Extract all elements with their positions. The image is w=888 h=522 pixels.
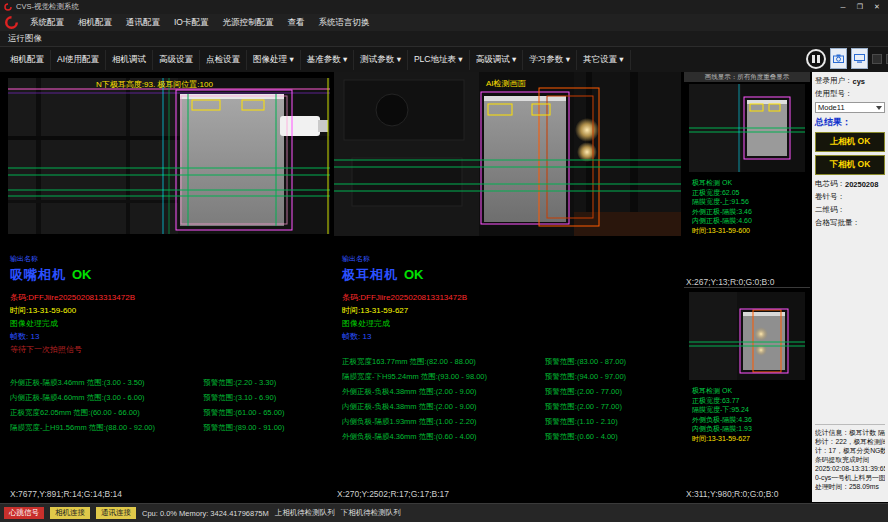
mid-frame-count: 帧数: 13: [342, 331, 680, 342]
warn-cell: 预警范围:(1.10 - 2.10): [545, 417, 680, 427]
pause-button[interactable]: [806, 49, 826, 69]
mid-result-panel: 输出名称 极耳相机 OK 条码:DFFJiire2025020813313472…: [342, 254, 680, 444]
left-frame-count: 帧数: 13: [10, 331, 332, 342]
minimize-icon[interactable]: ─: [836, 2, 850, 13]
preview-line: 正极宽度:62.05: [692, 188, 810, 198]
preview-2-coords: X:311;Y:980;R:0;G:0;B:0: [686, 489, 778, 499]
preview-1-text: 极耳检测 OK 正极宽度:62.05 隔膜宽度-上:91.56 外侧正极-隔膜:…: [692, 178, 810, 235]
warn-cell: 预警范围:(2.00 - 77.00): [545, 387, 680, 397]
menu-camera-config[interactable]: 相机配置: [71, 14, 119, 31]
measure-cell: 隔膜宽度-上H91.56mm 范围:(88.00 - 92.00): [10, 423, 203, 433]
warn-cell: 预警范围:(94.00 - 97.00): [545, 372, 680, 382]
tb-camera-debug[interactable]: 相机调试: [106, 50, 153, 70]
stats-line: 计：17，极耳分类NG数：0，: [815, 446, 885, 455]
warn-cell: 预警范围:(0.60 - 4.00): [545, 432, 680, 442]
tb-advanced-debug[interactable]: 高级调试 ▾: [470, 50, 524, 70]
menu-comm-config[interactable]: 通讯配置: [119, 14, 167, 31]
nozzle-connector: [280, 116, 320, 136]
mid-time: 时间:13-31-59-627: [342, 305, 680, 316]
app-window: CVS-视觉检测系统 ─ ❐ ✕ 系统配置 相机配置 通讯配置 IO卡配置 光源…: [0, 0, 888, 522]
right-sidebar: 登录用户： cys 使用型号： Mode11 总结果： 上相机 OK 下相机 O…: [812, 72, 888, 502]
live-view-button[interactable]: [851, 48, 868, 69]
menu-light-config[interactable]: 光源控制配置: [215, 14, 280, 31]
measure-cell: 外侧正极-隔膜3.46mm 范围:(3.00 - 3.50): [10, 378, 203, 388]
preview-line: 时间:13-31-59-627: [692, 434, 810, 444]
preview-1-coords: X:267;Y:13;R:0;G:0;B:0: [686, 277, 774, 287]
tb-camera-config[interactable]: 相机配置: [4, 50, 51, 70]
left-barcode: 条码:DFFJiire2025020813313472B: [10, 292, 332, 303]
cell-code-value: 20250208: [845, 180, 878, 189]
tb-image-processing[interactable]: 图像处理 ▾: [247, 50, 301, 70]
measure-row: 外侧负极-隔膜4.36mm 范围:(0.60 - 4.00)预警范围:(0.60…: [342, 429, 680, 444]
warn-cell: 预警范围:(3.10 - 6.90): [203, 393, 332, 403]
menu-io-config[interactable]: IO卡配置: [167, 14, 215, 31]
measure-row: 外侧正极-隔膜3.46mm 范围:(3.00 - 3.50)预警范围:(2.20…: [10, 375, 332, 390]
preview-line: 隔膜宽度-下:95.24: [692, 405, 810, 415]
upper-queue-text: 上相机待检测队列: [275, 508, 335, 518]
menu-bar: 系统配置 相机配置 通讯配置 IO卡配置 光源控制配置 查看 系统语言切换: [0, 14, 888, 31]
measure-row: 内侧负极-隔膜1.93mm 范围:(1.00 - 2.20)预警范围:(1.10…: [342, 414, 680, 429]
close-icon[interactable]: ✕: [870, 2, 884, 13]
stats-line: 秒计：222，极耳检测间隔: [815, 437, 885, 446]
left-status-ok: OK: [72, 267, 92, 282]
preview-divider: [684, 287, 810, 288]
upper-camera-result-box: 上相机 OK: [815, 132, 885, 152]
brand-logo-icon: [5, 16, 18, 29]
stats-line: 条码提取完成时间: [815, 455, 885, 464]
comm-link-badge: 通讯连接: [96, 507, 136, 519]
window-title: CVS-视觉检测系统: [16, 2, 79, 12]
preview-line: 正极宽度:63.77: [692, 396, 810, 406]
tb-other-settings[interactable]: 其它设置 ▾: [577, 50, 631, 70]
app-logo-icon: [4, 3, 12, 11]
cpu-memory-text: Cpu: 0.0% Memory: 3424.41796875M: [142, 509, 269, 518]
login-user-label: 登录用户：: [815, 76, 853, 86]
maximize-icon[interactable]: ❐: [853, 2, 867, 13]
left-view-coords: X:7677,Y:891;R:14;G:14;B:14: [10, 489, 122, 499]
status-bar: 心跳信号 相机连接 通讯连接 Cpu: 0.0% Memory: 3424.41…: [0, 503, 888, 522]
snapshot-button[interactable]: [830, 48, 847, 69]
preview-header: 画线显示：所有角度重叠显示: [684, 72, 810, 82]
mid-overlay-label: AI检测画面: [486, 79, 527, 88]
sidebar-stats: 统计信息：极耳计数 隔膜计数 秒计：222，极耳检测间隔 计：17，极耳分类NG…: [815, 424, 885, 491]
preview-line: 外侧正极-隔膜:3.46: [692, 207, 810, 217]
menu-view[interactable]: 查看: [280, 14, 311, 31]
tb-learning-params[interactable]: 学习参数 ▾: [523, 50, 577, 70]
model-select[interactable]: Mode11: [815, 102, 885, 113]
camera-link-badge: 相机连接: [50, 507, 90, 519]
mid-barcode: 条码:DFFJiire2025020813313472B: [342, 292, 680, 303]
toolbar: 相机配置 AI使用配置 相机调试 高级设置 点检设置 图像处理 ▾ 基准参数 ▾…: [0, 46, 888, 72]
stats-line: 0-cys一号机上料另一图像: [815, 473, 885, 482]
preview-line: 内侧正极-隔膜:4.60: [692, 216, 810, 226]
tb-baseline-params[interactable]: 基准参数 ▾: [301, 50, 355, 70]
warn-cell: 预警范围:(2.00 - 77.00): [545, 402, 680, 412]
tb-ai-config[interactable]: AI使用配置: [51, 50, 106, 70]
title-bar: CVS-视觉检测系统 ─ ❐ ✕: [0, 0, 888, 14]
preview-2-text: 极耳检测 OK 正极宽度:63.77 隔膜宽度-下:95.24 外侧负极-隔膜:…: [692, 386, 810, 443]
measure-row: 内侧正极-负极4.38mm 范围:(2.00 - 9.00)预警范围:(2.00…: [342, 399, 680, 414]
preview-header-label: 画线显示：所有角度重叠显示: [705, 73, 790, 82]
stats-line: 统计信息：极耳计数 隔膜计数: [815, 428, 885, 437]
warn-cell: 预警范围:(61.00 - 65.00): [203, 408, 332, 418]
left-camera-view[interactable]: N下极耳高度:93. 极耳间位置:100: [8, 78, 330, 234]
qr-label: 二维码：: [815, 205, 845, 215]
menu-language[interactable]: 系统语言切换: [311, 14, 376, 31]
tb-spotcheck-settings[interactable]: 点检设置: [200, 50, 247, 70]
tb-plc-address[interactable]: PLC地址表 ▾: [408, 50, 470, 70]
tb-advanced-settings[interactable]: 高级设置: [153, 50, 200, 70]
mid-view-coords: X:270;Y:2502;R:17;G:17;B:17: [337, 489, 449, 499]
preview-2-view[interactable]: [689, 292, 805, 380]
preview-line: 极耳检测 OK: [692, 386, 810, 396]
mid-camera-view[interactable]: AI检测画面: [334, 72, 681, 236]
measure-cell: 隔膜宽度-下H95.24mm 范围:(93.00 - 98.00): [342, 372, 545, 382]
left-camera-title: 吸嘴相机: [10, 266, 66, 284]
measure-row: 正极宽度62.05mm 范围:(60.00 - 66.00)预警范围:(61.0…: [10, 405, 332, 420]
stats-line: 2025:02:08-13:31:39:65: [815, 464, 885, 473]
batch-label: 合格写批量：: [815, 218, 860, 228]
layout-split-button[interactable]: [872, 54, 882, 64]
measure-cell: 外侧正极-负极4.38mm 范围:(2.00 - 9.00): [342, 387, 545, 397]
tb-test-params[interactable]: 测试参数 ▾: [354, 50, 408, 70]
needle-label: 卷针号：: [815, 192, 845, 202]
measure-cell: 正极宽度62.05mm 范围:(60.00 - 66.00): [10, 408, 203, 418]
preview-1-view[interactable]: [689, 84, 805, 172]
menu-system-config[interactable]: 系统配置: [23, 14, 71, 31]
